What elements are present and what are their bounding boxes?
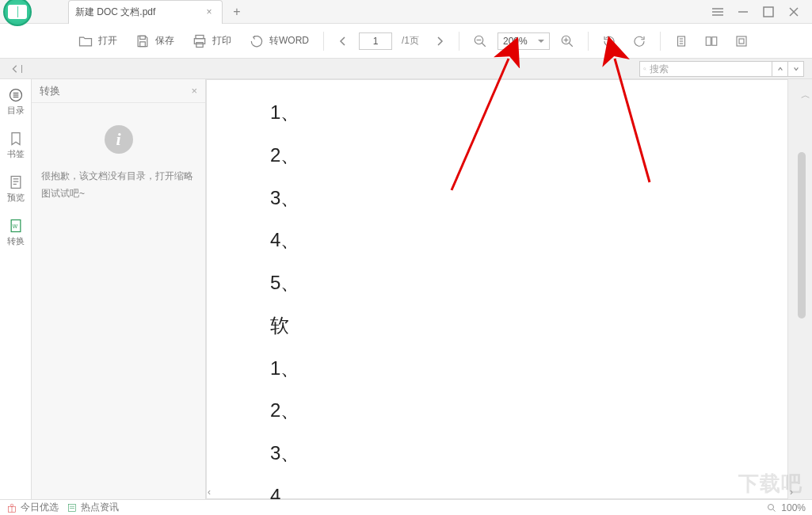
fit-page-button[interactable]	[729, 29, 754, 54]
window-controls	[711, 5, 812, 19]
close-window-icon[interactable]	[787, 5, 801, 19]
svg-rect-24	[712, 36, 717, 45]
info-icon: i	[105, 125, 133, 154]
svg-text:W: W	[12, 223, 17, 229]
save-button[interactable]: 保存	[128, 29, 181, 54]
svg-point-46	[768, 504, 774, 509]
status-today-button[interactable]: 今日优选	[6, 501, 59, 514]
svg-rect-26	[739, 39, 744, 44]
search-box	[639, 61, 812, 77]
zoom-value: 200%	[503, 36, 528, 47]
page-total-label: /1页	[402, 34, 419, 48]
scroll-right-icon[interactable]: ›	[790, 486, 793, 498]
toolbar: 打开 保存 打印 转WORD /1页 200%	[0, 24, 812, 59]
separator	[660, 32, 661, 51]
sidebar-label-convert: 转换	[7, 235, 25, 247]
side-panel: 转换 × i 很抱歉，该文档没有目录，打开缩略图试试吧~	[32, 79, 206, 499]
rotate-cw-icon	[632, 34, 646, 48]
document-line: 软	[270, 304, 787, 347]
zoom-select[interactable]: 200%	[497, 32, 550, 50]
prev-page-button[interactable]	[332, 36, 354, 47]
bookmark-icon	[8, 131, 24, 147]
sidebar-label-preview: 预览	[7, 192, 25, 204]
document-content: 1、2、3、4、5、软1、2、3、4、	[207, 80, 787, 499]
panel-close-button[interactable]: ×	[191, 85, 197, 97]
two-page-button[interactable]	[699, 29, 724, 54]
rotate-ccw-button[interactable]	[597, 29, 622, 54]
zoom-out-button[interactable]	[467, 29, 493, 54]
save-icon	[135, 33, 151, 49]
chevron-up-icon	[777, 66, 783, 72]
close-tab-icon[interactable]: ×	[203, 6, 215, 18]
status-zoom[interactable]: 100%	[767, 502, 806, 513]
sidebar-item-toc[interactable]: 目录	[0, 84, 32, 120]
toc-icon	[8, 87, 24, 103]
next-page-button[interactable]	[429, 36, 451, 47]
save-label: 保存	[155, 34, 174, 48]
document-tab[interactable]: 新建 DOC 文档.pdf ×	[68, 0, 223, 24]
svg-rect-8	[140, 41, 146, 46]
app-logo	[2, 0, 33, 28]
titlebar: 新建 DOC 文档.pdf × +	[0, 0, 812, 24]
svg-line-47	[773, 509, 776, 511]
tab-title: 新建 DOC 文档.pdf	[75, 6, 203, 19]
single-page-button[interactable]	[669, 29, 694, 54]
sidebar-item-convert[interactable]: W 转换	[0, 215, 32, 250]
status-today-label: 今日优选	[21, 501, 59, 514]
menu-icon[interactable]	[711, 5, 725, 19]
status-news-button[interactable]: 热点资讯	[67, 501, 119, 514]
rotate-cw-button[interactable]	[627, 29, 652, 54]
document-line: 2、	[270, 134, 787, 177]
document-line: 3、	[270, 432, 787, 475]
print-icon	[192, 33, 208, 49]
open-label: 打开	[98, 34, 117, 48]
sidebar-item-preview[interactable]: 预览	[0, 171, 32, 207]
search-prev-button[interactable]	[772, 61, 788, 77]
document-line: 4、	[270, 475, 787, 499]
document-line: 1、	[270, 347, 787, 390]
toword-label: 转WORD	[269, 34, 309, 48]
rotate-ccw-icon	[602, 34, 616, 48]
open-button[interactable]: 打开	[71, 29, 124, 54]
new-tab-button[interactable]: +	[227, 2, 246, 21]
zoom-out-icon	[473, 34, 487, 48]
print-button[interactable]: 打印	[185, 29, 238, 54]
left-sidebar: 目录 书签 预览 W 转换	[0, 79, 32, 499]
maximize-icon[interactable]	[761, 5, 776, 19]
document-line: 5、	[270, 261, 787, 304]
zoom-in-button[interactable]	[555, 29, 580, 54]
fit-page-icon	[734, 34, 749, 48]
document-line: 4、	[270, 219, 787, 261]
chevron-right-icon	[434, 36, 445, 47]
chevron-left-icon	[10, 64, 20, 74]
search-next-button[interactable]	[788, 61, 804, 77]
preview-icon	[8, 174, 24, 190]
chevron-down-icon	[793, 66, 799, 72]
panel-message: 很抱歉，该文档没有目录，打开缩略图试试吧~	[41, 168, 196, 202]
search-icon	[643, 64, 646, 74]
single-page-icon	[674, 34, 688, 48]
vertical-scrollbar-thumb[interactable]	[798, 152, 806, 319]
search-input-wrap[interactable]	[639, 61, 772, 77]
to-word-button[interactable]: 转WORD	[242, 29, 315, 54]
svg-rect-23	[706, 36, 711, 45]
document-viewer[interactable]: 1、2、3、4、5、软1、2、3、4、 ︿ ‹ ›	[206, 79, 812, 499]
svg-rect-11	[196, 42, 203, 47]
page-number-input[interactable]	[359, 32, 392, 50]
document-line: 3、	[270, 177, 787, 219]
minimize-icon[interactable]	[736, 5, 750, 19]
news-icon	[67, 502, 78, 513]
search-input[interactable]	[650, 63, 768, 74]
sidebar-label-toc: 目录	[7, 105, 25, 116]
separator	[323, 32, 324, 51]
scroll-left-icon[interactable]: ‹	[208, 486, 211, 498]
print-label: 打印	[212, 34, 231, 48]
sidebar-item-bookmark[interactable]: 书签	[0, 128, 32, 163]
separator	[588, 32, 589, 51]
separator	[459, 32, 459, 51]
gift-icon	[6, 502, 17, 513]
sidebar-label-bookmark: 书签	[7, 148, 25, 160]
collapse-sidebar-button[interactable]	[0, 59, 32, 79]
document-line: 1、	[270, 91, 787, 134]
scroll-up-icon[interactable]: ︿	[801, 89, 810, 102]
